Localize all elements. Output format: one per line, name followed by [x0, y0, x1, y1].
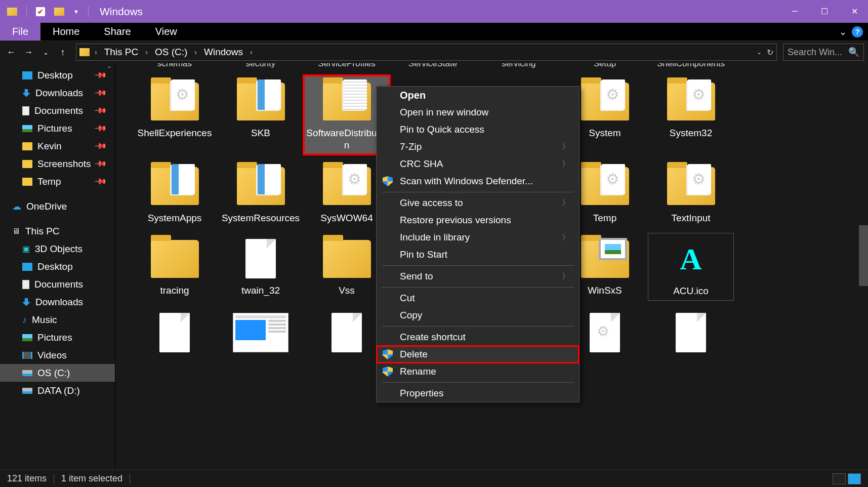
- sidebar-item-downloads[interactable]: Downloads: [0, 293, 115, 311]
- chevron-icon[interactable]: ›: [143, 48, 150, 56]
- close-button[interactable]: ✕: [851, 7, 858, 16]
- refresh-icon[interactable]: ↻: [767, 48, 773, 57]
- file-item[interactable]: SystemApps: [132, 160, 218, 227]
- crumb-drive[interactable]: OS (C:): [153, 47, 189, 58]
- file-item[interactable]: AACU.ico: [648, 233, 734, 301]
- chevron-icon[interactable]: ›: [192, 48, 199, 56]
- file-item[interactable]: security: [218, 63, 304, 69]
- folder-icon[interactable]: [7, 8, 17, 16]
- search-input[interactable]: Search Win... 🔍: [783, 44, 864, 61]
- menu-item-crc-sha[interactable]: CRC SHA〉: [377, 155, 579, 173]
- sidebar-item-temp[interactable]: Temp📌: [0, 173, 115, 190]
- sidebar-item-music[interactable]: ♪Music: [0, 311, 115, 329]
- sidebar-onedrive[interactable]: ☁ OneDrive: [0, 197, 115, 215]
- tab-home[interactable]: Home: [40, 23, 92, 40]
- menu-item-7-zip[interactable]: 7-Zip〉: [377, 138, 579, 155]
- file-item[interactable]: SKB: [218, 75, 304, 154]
- menu-item-open[interactable]: Open: [377, 87, 579, 104]
- file-item[interactable]: tracing: [132, 233, 218, 301]
- file-item[interactable]: ServiceState: [390, 63, 476, 69]
- crumb-folder[interactable]: Windows: [202, 47, 245, 58]
- icons-view-button[interactable]: [848, 473, 861, 484]
- scrollbar-thumb[interactable]: [859, 225, 868, 286]
- desktop-icon: [22, 71, 32, 79]
- file-item[interactable]: Setup: [562, 63, 648, 69]
- file-item[interactable]: TextInput: [648, 160, 734, 227]
- file-label: ShellComponents: [657, 63, 725, 69]
- back-button[interactable]: ←: [4, 45, 18, 59]
- sidebar-item-pictures[interactable]: Pictures: [0, 329, 115, 346]
- sidebar-item-videos[interactable]: Videos: [0, 346, 115, 364]
- sidebar-item-kevin[interactable]: Kevin📌: [0, 137, 115, 155]
- menu-item-include-in-library[interactable]: Include in library〉: [377, 229, 579, 246]
- details-view-button[interactable]: [833, 473, 846, 484]
- file-item[interactable]: twain_32: [218, 233, 304, 301]
- file-label: Vss: [339, 285, 355, 297]
- pic-icon: [22, 125, 32, 132]
- minimize-button[interactable]: ─: [792, 7, 798, 16]
- file-item[interactable]: ServiceProfiles: [304, 63, 390, 69]
- file-item[interactable]: SystemResources: [218, 160, 304, 227]
- chevron-icon[interactable]: ›: [248, 48, 255, 56]
- sidebar-item-documents[interactable]: Documents📌: [0, 102, 115, 119]
- menu-item-pin-to-quick-access[interactable]: Pin to Quick access: [377, 121, 579, 138]
- sidebar-item-os-c-[interactable]: OS (C:): [0, 364, 115, 382]
- file-item[interactable]: [218, 307, 304, 361]
- menu-item-restore-previous-versions[interactable]: Restore previous versions: [377, 212, 579, 229]
- file-label: twain_32: [241, 285, 280, 297]
- scrollbar[interactable]: [859, 63, 868, 470]
- tab-share[interactable]: Share: [92, 23, 143, 40]
- address-bar[interactable]: › This PC › OS (C:) › Windows › ⌄ ↻: [76, 44, 777, 61]
- chevron-right-icon: 〉: [562, 142, 570, 152]
- sidebar-thispc[interactable]: 🖥 This PC: [0, 222, 115, 240]
- file-item[interactable]: ShellExperiences: [132, 75, 218, 154]
- sidebar-item-desktop[interactable]: Desktop: [0, 258, 115, 275]
- menu-item-send-to[interactable]: Send to〉: [377, 268, 579, 285]
- file-label: System32: [670, 127, 712, 139]
- menu-item-copy[interactable]: Copy: [377, 307, 579, 324]
- menu-item-cut[interactable]: Cut: [377, 290, 579, 307]
- video-icon: [22, 352, 32, 359]
- sidebar-item-data-d-[interactable]: DATA (D:): [0, 382, 115, 399]
- chevron-icon[interactable]: ›: [93, 48, 99, 56]
- menu-item-create-shortcut[interactable]: Create shortcut: [377, 329, 579, 346]
- forward-button[interactable]: →: [21, 45, 35, 59]
- file-item[interactable]: [648, 307, 734, 361]
- help-icon[interactable]: ?: [852, 26, 863, 37]
- sidebar-item-3d-objects[interactable]: ▣3D Objects: [0, 240, 115, 258]
- file-tab[interactable]: File: [0, 23, 40, 40]
- file-item[interactable]: servicing: [476, 63, 562, 69]
- chevron-right-icon: 〉: [562, 271, 570, 282]
- up-button[interactable]: ↑: [56, 45, 70, 59]
- menu-item-pin-to-start[interactable]: Pin to Start: [377, 246, 579, 263]
- file-item[interactable]: System32: [648, 75, 734, 154]
- properties-icon[interactable]: ✔: [36, 7, 45, 16]
- menu-item-properties[interactable]: Properties: [377, 385, 579, 402]
- qat-dropdown-icon[interactable]: ▼: [73, 9, 79, 15]
- menu-item-delete[interactable]: Delete: [377, 346, 579, 363]
- doc-icon: [22, 280, 29, 289]
- address-dropdown-icon[interactable]: ⌄: [757, 49, 762, 56]
- menu-item-open-in-new-window[interactable]: Open in new window: [377, 104, 579, 121]
- sidebar-item-documents[interactable]: Documents: [0, 275, 115, 293]
- tab-view[interactable]: View: [143, 23, 189, 40]
- pic-icon: [22, 334, 32, 341]
- file-item[interactable]: ShellComponents: [648, 63, 734, 69]
- pin-icon: 📌: [94, 104, 108, 118]
- sidebar-item-pictures[interactable]: Pictures📌: [0, 119, 115, 137]
- sidebar-item-downloads[interactable]: Downloads📌: [0, 84, 115, 102]
- file-item[interactable]: [132, 307, 218, 361]
- maximize-button[interactable]: ☐: [821, 7, 828, 16]
- file-label: TextInput: [671, 212, 710, 224]
- sidebar-item-desktop[interactable]: Desktop📌: [0, 66, 115, 84]
- file-item[interactable]: schemas: [132, 63, 218, 69]
- new-folder-icon[interactable]: [54, 8, 64, 16]
- menu-item-rename[interactable]: Rename: [377, 363, 579, 380]
- crumb-thispc[interactable]: This PC: [102, 47, 141, 58]
- file-label: WinSxS: [588, 285, 622, 297]
- menu-item-give-access-to[interactable]: Give access to〉: [377, 194, 579, 212]
- recent-dropdown[interactable]: ⌄: [38, 45, 53, 59]
- sidebar-item-screenshots[interactable]: Screenshots📌: [0, 155, 115, 173]
- menu-item-scan-with-windows-defender-[interactable]: Scan with Windows Defender...: [377, 173, 579, 190]
- ribbon-expand-icon[interactable]: ⌄: [839, 26, 847, 37]
